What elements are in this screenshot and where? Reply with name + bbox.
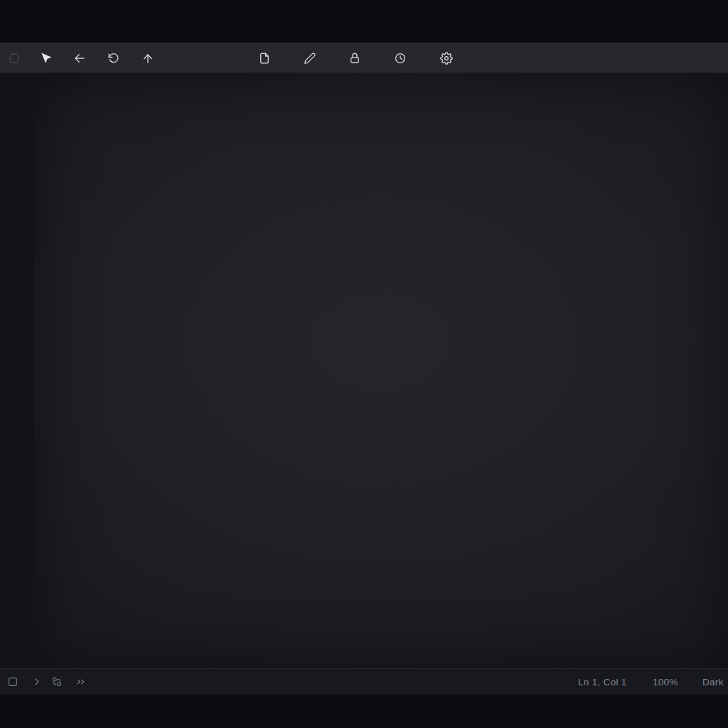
clock-icon[interactable] [390, 48, 410, 68]
cursor-position-indicator[interactable]: Ln 1, Col 1 [578, 669, 627, 695]
lock-icon[interactable] [345, 48, 365, 68]
main-toolbar [0, 43, 728, 73]
app-window: Ln 1, Col 1 100% Dark [0, 0, 728, 728]
theme-indicator[interactable]: Dark [702, 669, 724, 695]
zoom-level-indicator[interactable]: 100% [653, 669, 678, 695]
editor-canvas[interactable] [34, 73, 728, 668]
double-chevron-icon[interactable] [73, 673, 90, 690]
pencil-icon[interactable] [300, 48, 320, 68]
box-icon[interactable] [4, 673, 21, 690]
chevron-right-icon[interactable] [28, 673, 46, 690]
arrow-left-icon[interactable] [70, 48, 90, 68]
grid-icon[interactable] [48, 673, 65, 690]
window-top-band [0, 0, 728, 43]
undo-icon[interactable] [104, 48, 124, 68]
left-sidebar-strip [0, 73, 34, 668]
file-icon[interactable] [255, 48, 274, 68]
settings-gear-icon[interactable] [437, 48, 456, 68]
arrow-up-icon[interactable] [138, 48, 158, 68]
app-menu-icon[interactable] [4, 48, 24, 68]
window-bottom-band [0, 695, 728, 728]
cursor-icon[interactable] [36, 48, 56, 68]
status-bar: Ln 1, Col 1 100% Dark [0, 668, 728, 695]
